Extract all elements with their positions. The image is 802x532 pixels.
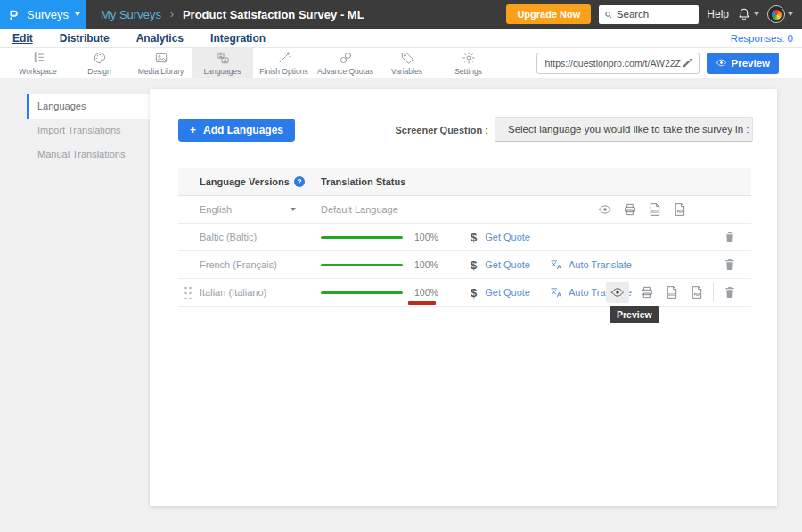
tab-integration[interactable]: Integration	[210, 32, 266, 45]
screener-question-label: Screener Question :	[355, 125, 488, 135]
questionpro-logo-icon	[7, 8, 20, 21]
screener-question-field[interactable]: Select language you would like to take t…	[495, 117, 753, 142]
export-doc-icon[interactable]: DOC	[665, 285, 679, 299]
toolbar-right: https://questionpro.com/t/AW22Zd1S1 Prev…	[536, 48, 802, 78]
auto-translate-action[interactable]: Auto Translate	[550, 258, 632, 272]
language-name-cell: Italian (Italiano)	[178, 287, 321, 298]
breadcrumb-my-surveys[interactable]: My Surveys	[101, 8, 161, 21]
toolbar-item-advance-quotas[interactable]: Advance Quotas	[315, 48, 376, 78]
sidebar-item-languages[interactable]: Languages	[27, 94, 150, 119]
sidebar-item-import-translations[interactable]: Import Translations	[27, 119, 150, 143]
languages-sidebar: Languages Import Translations Manual Tra…	[27, 94, 150, 167]
finish-options-wand-icon	[277, 51, 291, 65]
print-icon[interactable]	[640, 285, 654, 299]
toolbar-item-languages[interactable]: Languages	[192, 48, 253, 78]
add-languages-button[interactable]: + Add Languages	[178, 119, 295, 142]
top-bar-right: Upgrade Now Help	[506, 4, 802, 24]
account-menu[interactable]	[767, 5, 793, 23]
drag-handle-icon[interactable]	[184, 285, 192, 301]
row-actions: DOC PDF	[606, 282, 737, 303]
preview-eye-button-hovered[interactable]	[606, 282, 629, 303]
row-actions: DOC PDF	[598, 202, 737, 217]
svg-text:DOC: DOC	[668, 293, 675, 297]
search-input[interactable]	[617, 9, 693, 20]
notifications-menu[interactable]	[737, 7, 759, 21]
product-switcher-surveys[interactable]: Surveys	[0, 0, 86, 29]
preview-eye-icon	[610, 285, 625, 299]
tab-analytics[interactable]: Analytics	[136, 32, 184, 45]
breadcrumb: My Surveys › Product Satisfaction Survey…	[101, 8, 364, 21]
user-avatar	[767, 5, 785, 23]
actions-divider	[713, 282, 714, 302]
edit-toolbar: Workspace Design Media Library Languages…	[0, 48, 802, 78]
get-quote-link[interactable]: Get Quote	[485, 287, 530, 298]
survey-nav-tabs: Edit Distribute Analytics Integration	[9, 32, 266, 45]
column-language-versions: Language Versions ?	[178, 176, 321, 187]
status-cell: 100% $ Get Quote Auto Translate	[321, 286, 632, 299]
chevron-down-icon	[788, 12, 793, 16]
default-language-label: Default Language	[321, 204, 398, 215]
product-menu-label: Surveys	[27, 8, 69, 21]
toolbar-item-workspace[interactable]: Workspace	[7, 48, 69, 78]
tab-distribute[interactable]: Distribute	[60, 32, 110, 45]
chevron-down-icon	[754, 12, 759, 16]
delete-trash-icon[interactable]	[723, 230, 737, 244]
table-header: Language Versions ? Translation Status	[178, 168, 751, 196]
translation-progress-percent: 100%	[414, 232, 441, 242]
page-title: Product Satisfaction Survey - ML	[183, 8, 364, 21]
sidebar-item-manual-translations[interactable]: Manual Translations	[27, 143, 150, 167]
actions-spacer	[698, 209, 737, 210]
toolbar-item-design[interactable]: Design	[69, 48, 130, 78]
table-row-french: French (Français) 100% $ Get Quote Auto …	[178, 251, 751, 279]
export-pdf-icon[interactable]: PDF	[673, 202, 687, 217]
translation-progress-percent: 100%	[414, 259, 441, 270]
app-window: Surveys My Surveys › Product Satisfactio…	[0, 0, 802, 532]
dollar-icon[interactable]: $	[471, 286, 477, 299]
print-icon[interactable]	[623, 202, 637, 217]
red-underline-annotation	[408, 301, 436, 305]
survey-url: https://questionpro.com/t/AW22Zd1S1	[545, 58, 681, 69]
row-actions	[723, 230, 737, 244]
status-cell: 100% $ Get Quote	[321, 231, 530, 244]
edit-url-pencil-icon[interactable]	[681, 57, 693, 70]
bell-icon	[737, 7, 751, 21]
language-dropdown-caret-icon[interactable]	[291, 208, 296, 211]
help-icon[interactable]: ?	[294, 176, 305, 187]
preview-eye-icon[interactable]	[598, 202, 612, 217]
delete-trash-icon[interactable]	[723, 258, 737, 272]
avatar-gauge-icon	[772, 10, 782, 20]
tab-edit[interactable]: Edit	[12, 32, 33, 45]
delete-trash-icon[interactable]	[723, 285, 737, 299]
toolbar-item-finish-options[interactable]: Finish Options	[253, 48, 315, 78]
preview-button[interactable]: Preview	[707, 53, 779, 74]
export-pdf-icon[interactable]: PDF	[690, 285, 704, 299]
variables-tag-icon	[400, 51, 414, 65]
toolbar-item-settings[interactable]: Settings	[438, 48, 499, 78]
dollar-icon[interactable]: $	[471, 231, 477, 244]
translation-progress-bar	[321, 264, 403, 266]
row-actions	[723, 258, 737, 272]
survey-url-field: https://questionpro.com/t/AW22Zd1S1	[536, 53, 700, 74]
toolbar-item-variables[interactable]: Variables	[376, 48, 438, 78]
translation-progress-bar	[321, 291, 403, 294]
chevron-down-icon	[75, 12, 80, 16]
toolbar-item-media-library[interactable]: Media Library	[130, 48, 192, 78]
table-row-baltic: Baltic (Baltic) 100% $ Get Quote	[178, 224, 751, 251]
language-name-cell: French (Français)	[178, 259, 321, 270]
svg-text:DOC: DOC	[651, 210, 659, 214]
workspace-icon	[31, 51, 45, 65]
get-quote-link[interactable]: Get Quote	[485, 232, 530, 242]
main-area: Languages Import Translations Manual Tra…	[0, 78, 802, 532]
dollar-icon[interactable]: $	[471, 258, 477, 272]
export-doc-icon[interactable]: DOC	[648, 202, 662, 217]
svg-text:PDF: PDF	[694, 293, 700, 297]
search-icon	[604, 10, 613, 20]
get-quote-link[interactable]: Get Quote	[485, 259, 530, 270]
column-translation-status: Translation Status	[321, 176, 405, 187]
upgrade-now-button[interactable]: Upgrade Now	[506, 4, 591, 24]
help-link[interactable]: Help	[707, 8, 729, 20]
languages-panel: + Add Languages Screener Question : Sele…	[150, 89, 777, 506]
responses-count[interactable]: Responses: 0	[731, 33, 793, 44]
preview-tooltip: Preview	[610, 306, 659, 323]
advance-quotas-links-icon	[339, 51, 353, 65]
